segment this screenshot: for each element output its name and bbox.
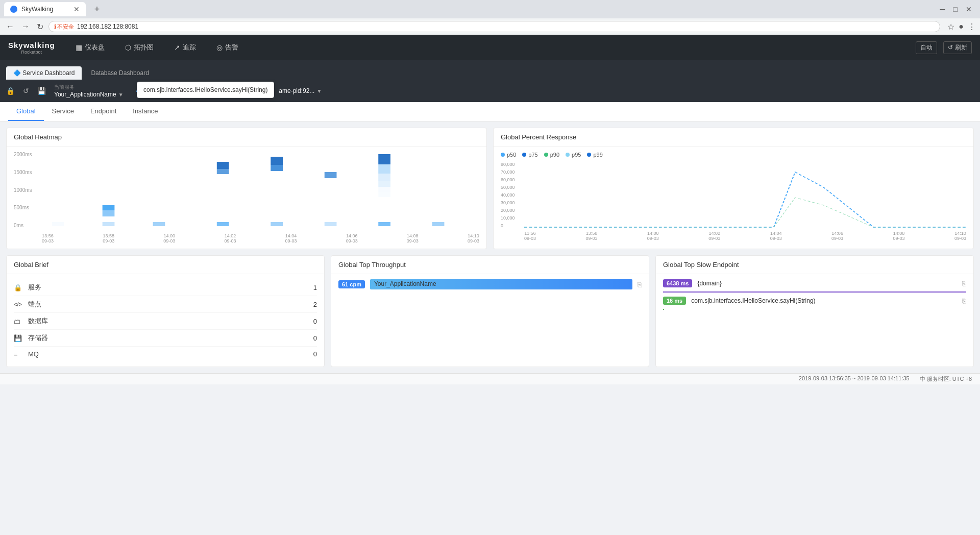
nav-alarm[interactable]: ◎ 告警 — [212, 41, 242, 54]
tab-service[interactable]: Service — [44, 102, 82, 121]
slow-copy-0[interactable]: ⎘ — [962, 280, 966, 287]
legend-p75: p75 — [522, 152, 537, 158]
slow-copy-1[interactable]: ⎘ — [962, 297, 966, 305]
legend-label-p50: p50 — [507, 152, 516, 158]
y-label-2000: 2000ms — [14, 152, 32, 157]
brief-storage-count: 0 — [313, 334, 317, 342]
tab-title: SkyWalking — [21, 6, 53, 13]
slow-item-1: 16 ms com.sjb.interfaces.IHelloService.s… — [663, 297, 966, 307]
cx-1406: 14:0609-03 — [831, 231, 843, 241]
legend-dot-p95 — [566, 153, 570, 157]
timezone: 中 服务时区: UTC +8 — [920, 375, 972, 383]
browser-nav-bar: ← → ↻ ℹ 不安全 192.168.182.128:8081 ☆ ● ⋮ — [0, 18, 980, 35]
app-header: Skywalking Rocketbot ▦ 仪表盘 ⬡ 拓扑图 ↗ 追踪 ◎ … — [0, 35, 980, 60]
tab-global[interactable]: Global — [8, 102, 44, 121]
y-label-1000: 1000ms — [14, 187, 32, 193]
address-text: 192.168.182.128:8081 — [77, 23, 138, 30]
service-value: Your_ApplicationName — [54, 91, 116, 98]
save-toolbar-btn[interactable]: 💾 — [37, 87, 46, 95]
brief-mq-count: 0 — [313, 350, 317, 358]
refresh-toolbar-icon: ↺ — [23, 87, 29, 95]
close-btn[interactable]: ✕ — [966, 5, 972, 13]
svg-rect-4 — [271, 157, 283, 165]
brief-row-storage: 💾 存储器 0 — [14, 330, 317, 347]
top-slow-endpoint-card: Global Top Slow Endpoint 6438 ms {domain… — [655, 255, 974, 367]
tab-favicon — [10, 6, 17, 13]
y-30000: 30,000 — [501, 200, 515, 205]
new-tab-btn[interactable]: + — [90, 2, 104, 16]
percent-response-svg — [524, 162, 966, 228]
x-label-1356: 13:5609-03 — [42, 233, 54, 244]
nav-topology-label: 拓扑图 — [134, 43, 154, 52]
legend-dot-p50 — [501, 153, 505, 157]
global-brief-card: Global Brief 🔒 服务 1 </> 端点 2 🗃 数据库 0 — [6, 255, 325, 367]
svg-rect-2 — [217, 162, 229, 169]
legend-p50: p50 — [501, 152, 516, 158]
slow-item-0: 6438 ms {domain} ⎘ — [663, 279, 966, 289]
chart-y-labels: 80,000 70,000 60,000 50,000 40,000 30,00… — [501, 162, 515, 228]
instance-selector[interactable]: ame-pid:92... ▼ — [279, 87, 322, 94]
status-bar: 2019-09-03 13:56:35 ~ 2019-09-03 14:11:3… — [0, 373, 980, 384]
y-70000: 70,000 — [501, 169, 515, 175]
heatmap-card: Global Heatmap 2000ms 1500ms 1000ms 500m… — [6, 128, 487, 249]
menu-icon[interactable]: ⋮ — [968, 22, 976, 32]
legend-dot-p99 — [587, 153, 591, 157]
heatmap-area: 2000ms 1500ms 1000ms 500ms 0ms — [7, 147, 486, 249]
nav-topology[interactable]: ⬡ 拓扑图 — [121, 41, 158, 54]
profile-icon[interactable]: ● — [959, 22, 964, 32]
service-selector[interactable]: 当前服务 Your_ApplicationName ▼ — [54, 84, 124, 98]
cx-1358: 13:5809-03 — [585, 231, 597, 241]
instance-dropdown-arrow: ▼ — [316, 88, 322, 94]
service-label: 当前服务 — [54, 84, 124, 91]
svg-rect-12 — [378, 192, 390, 197]
browser-chrome: SkyWalking ✕ + ─ □ ✕ — [0, 0, 980, 18]
minimize-btn[interactable]: ─ — [940, 5, 945, 13]
global-brief-title: Global Brief — [7, 256, 324, 274]
x-label-1358: 13:5809-03 — [103, 233, 114, 244]
nav-dashboard[interactable]: ▦ 仪表盘 — [71, 41, 109, 54]
topology-icon: ⬡ — [125, 43, 131, 52]
service-dashboard-label: 🔷 Service Dashboard — [13, 69, 75, 77]
slow-ms-badge-0: 6438 ms — [663, 279, 692, 287]
y-20000: 20,000 — [501, 208, 515, 213]
tab-instance[interactable]: Instance — [125, 102, 166, 121]
svg-rect-19 — [378, 222, 390, 226]
maximize-btn[interactable]: □ — [953, 5, 958, 13]
header-right: 自动 ↺ 刷新 — [916, 41, 972, 54]
auto-label: 自动 — [920, 43, 933, 52]
dashboard-tabs: 🔷 Service Dashboard Database Dashboard — [0, 60, 980, 80]
tab-service-dashboard[interactable]: 🔷 Service Dashboard — [6, 66, 82, 80]
svg-rect-15 — [153, 222, 165, 226]
tab-endpoint[interactable]: Endpoint — [82, 102, 125, 121]
y-10000: 10,000 — [501, 215, 515, 221]
refresh-btn[interactable]: ↺ 刷新 — [943, 41, 972, 54]
svg-rect-11 — [378, 187, 390, 192]
cx-1408: 14:0809-03 — [893, 231, 905, 241]
svg-rect-8 — [378, 164, 390, 174]
legend-label-p95: p95 — [572, 152, 581, 158]
address-bar[interactable]: ℹ 不安全 192.168.182.128:8081 — [48, 21, 940, 32]
refresh-toolbar-btn[interactable]: ↺ — [23, 87, 29, 95]
top-slow-title: Global Top Slow Endpoint — [656, 256, 973, 274]
tab-database-dashboard[interactable]: Database Dashboard — [84, 66, 156, 80]
browser-tab[interactable]: SkyWalking ✕ — [4, 2, 86, 16]
auto-btn[interactable]: 自动 — [916, 41, 937, 54]
svg-rect-0 — [103, 205, 115, 210]
y-label-500: 500ms — [14, 205, 32, 210]
throughput-panel: 61 cpm Your_ApplicationName ⎘ — [331, 274, 649, 299]
logo-text: Skywalking — [8, 41, 55, 50]
copy-icon[interactable]: ⎘ — [638, 281, 642, 288]
save-toolbar-icon: 💾 — [37, 87, 46, 95]
bookmark-icon[interactable]: ☆ — [947, 22, 954, 32]
back-btn[interactable]: ← — [4, 21, 16, 32]
top-throughput-card: Global Top Throughput 61 cpm Your_Applic… — [331, 255, 649, 367]
forward-btn[interactable]: → — [19, 21, 32, 32]
reload-btn[interactable]: ↻ — [35, 21, 45, 33]
cx-1404: 14:0409-03 — [770, 231, 782, 241]
nav-trace[interactable]: ↗ 追踪 — [170, 41, 200, 54]
heatmap-x-labels: 13:5609-03 13:5809-03 14:0009-03 14:0209… — [42, 233, 479, 244]
y-label-1500: 1500ms — [14, 169, 32, 175]
svg-rect-14 — [103, 222, 115, 226]
brief-row-db: 🗃 数据库 0 — [14, 313, 317, 330]
tab-close-btn[interactable]: ✕ — [74, 5, 80, 13]
